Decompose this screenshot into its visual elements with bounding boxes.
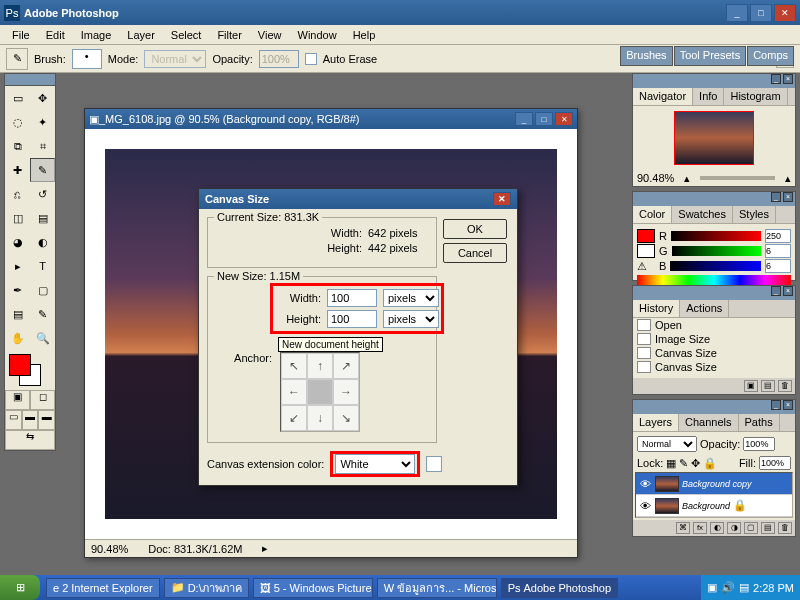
layer-opacity-input[interactable] <box>743 437 775 451</box>
color-swatches[interactable] <box>5 350 55 390</box>
jump-to-icon[interactable]: ⇆ <box>5 430 55 450</box>
pen-tool[interactable]: ✒ <box>5 278 30 302</box>
path-tool[interactable]: ▸ <box>5 254 30 278</box>
blur-tool[interactable]: ◕ <box>5 230 30 254</box>
taskbar-item[interactable]: 📁D:\ภาพภาค <box>164 578 249 598</box>
color-bg-swatch[interactable] <box>637 244 655 258</box>
anchor-s[interactable]: ↓ <box>307 405 333 431</box>
panel-close-icon[interactable]: × <box>783 286 793 296</box>
r-slider[interactable] <box>671 231 761 241</box>
eyedropper-tool[interactable]: ✎ <box>30 302 55 326</box>
minimize-button[interactable]: _ <box>726 4 748 22</box>
taskbar-item[interactable]: 🖼5 - Windows Picture... <box>253 578 373 598</box>
document-titlebar[interactable]: ▣ _MG_6108.jpg @ 90.5% (Background copy,… <box>85 109 577 129</box>
lock-paint-icon[interactable]: ✎ <box>679 457 688 470</box>
lasso-tool[interactable]: ◌ <box>5 110 30 134</box>
doc-zoom[interactable]: 90.48% <box>91 543 128 555</box>
layer-thumb[interactable] <box>655 498 679 514</box>
taskbar-item[interactable]: Wข้อมูลการ... - Micros... <box>377 578 497 598</box>
clock[interactable]: 2:28 PM <box>753 582 794 594</box>
tool-preset-icon[interactable]: ✎ <box>6 48 28 70</box>
visibility-icon[interactable]: 👁 <box>638 478 652 490</box>
layer-row[interactable]: 👁Background🔒 <box>636 495 792 517</box>
taskbar-item[interactable]: PsAdobe Photoshop <box>501 578 618 598</box>
marquee-tool[interactable]: ▭ <box>5 86 30 110</box>
panel-min-icon[interactable]: _ <box>771 192 781 202</box>
b-input[interactable] <box>765 259 791 273</box>
dialog-titlebar[interactable]: Canvas Size ✕ <box>199 189 517 209</box>
folder-icon[interactable]: ▢ <box>744 522 758 534</box>
g-input[interactable] <box>765 244 791 258</box>
anchor-se[interactable]: ↘ <box>333 405 359 431</box>
visibility-icon[interactable]: 👁 <box>638 500 652 512</box>
blend-mode-select[interactable]: Normal <box>637 436 697 452</box>
dock-tab-comps[interactable]: Comps <box>747 46 794 66</box>
anchor-grid[interactable]: ↖↑↗ ←→ ↙↓↘ <box>280 352 360 432</box>
history-item[interactable]: Image Size <box>633 332 795 346</box>
anchor-sw[interactable]: ↙ <box>281 405 307 431</box>
ok-button[interactable]: OK <box>443 219 507 239</box>
screen-mode-2[interactable]: ▬ <box>22 410 39 430</box>
menu-image[interactable]: Image <box>73 27 120 43</box>
ext-color-swatch[interactable] <box>426 456 442 472</box>
eraser-tool[interactable]: ◫ <box>5 206 30 230</box>
menu-select[interactable]: Select <box>163 27 210 43</box>
menu-file[interactable]: File <box>4 27 38 43</box>
trash-icon[interactable]: 🗑 <box>778 522 792 534</box>
anchor-w[interactable]: ← <box>281 379 307 405</box>
quickmask-mode-icon[interactable]: ◻ <box>30 390 55 410</box>
menu-layer[interactable]: Layer <box>119 27 163 43</box>
layer-row[interactable]: 👁Background copy <box>636 473 792 495</box>
trash-icon[interactable]: 🗑 <box>778 380 792 392</box>
snapshot-icon[interactable]: ▣ <box>744 380 758 392</box>
panel-min-icon[interactable]: _ <box>771 286 781 296</box>
standard-mode-icon[interactable]: ▣ <box>5 390 30 410</box>
stamp-tool[interactable]: ⎌ <box>5 182 30 206</box>
tab-layers[interactable]: Layers <box>633 414 679 431</box>
anchor-e[interactable]: → <box>333 379 359 405</box>
history-item[interactable]: Open <box>633 318 795 332</box>
tab-navigator[interactable]: Navigator <box>633 88 693 105</box>
brush-picker[interactable]: • <box>72 49 102 69</box>
g-slider[interactable] <box>672 246 761 256</box>
pencil-tool[interactable]: ✎ <box>30 158 55 182</box>
fx-icon[interactable]: fx <box>693 522 707 534</box>
history-item[interactable]: Canvas Size <box>633 360 795 374</box>
tab-history[interactable]: History <box>633 300 680 317</box>
color-fg-swatch[interactable] <box>637 229 655 243</box>
dodge-tool[interactable]: ◐ <box>30 230 55 254</box>
nav-zoom[interactable]: 90.48% <box>637 172 674 184</box>
new-doc-icon[interactable]: ▤ <box>761 380 775 392</box>
mask-icon[interactable]: ◐ <box>710 522 724 534</box>
menu-window[interactable]: Window <box>290 27 345 43</box>
history-brush-tool[interactable]: ↺ <box>30 182 55 206</box>
tab-actions[interactable]: Actions <box>680 300 729 317</box>
panel-min-icon[interactable]: _ <box>771 400 781 410</box>
link-icon[interactable]: ⌘ <box>676 522 690 534</box>
anchor-ne[interactable]: ↗ <box>333 353 359 379</box>
history-item[interactable]: Canvas Size <box>633 346 795 360</box>
menu-filter[interactable]: Filter <box>209 27 249 43</box>
zoom-slider[interactable] <box>700 176 775 180</box>
lock-all-icon[interactable]: 🔒 <box>703 457 717 470</box>
move-tool[interactable]: ✥ <box>30 86 55 110</box>
tab-histogram[interactable]: Histogram <box>724 88 787 105</box>
navigator-thumbnail[interactable] <box>674 111 754 165</box>
layer-name[interactable]: Background <box>682 501 730 511</box>
layer-name[interactable]: Background copy <box>682 479 752 489</box>
maximize-button[interactable]: □ <box>750 4 772 22</box>
anchor-c[interactable] <box>307 379 333 405</box>
b-slider[interactable] <box>670 261 761 271</box>
gradient-tool[interactable]: ▤ <box>30 206 55 230</box>
new-width-input[interactable] <box>327 289 377 307</box>
type-tool[interactable]: T <box>30 254 55 278</box>
new-width-unit[interactable]: pixels <box>383 289 439 307</box>
heal-tool[interactable]: ✚ <box>5 158 30 182</box>
wand-tool[interactable]: ✦ <box>30 110 55 134</box>
close-button[interactable]: ✕ <box>774 4 796 22</box>
tab-paths[interactable]: Paths <box>739 414 780 431</box>
taskbar-item[interactable]: e2 Internet Explorer <box>46 578 160 598</box>
layer-fill-input[interactable] <box>759 456 791 470</box>
anchor-nw[interactable]: ↖ <box>281 353 307 379</box>
tray-icon[interactable]: 🔊 <box>721 581 735 594</box>
